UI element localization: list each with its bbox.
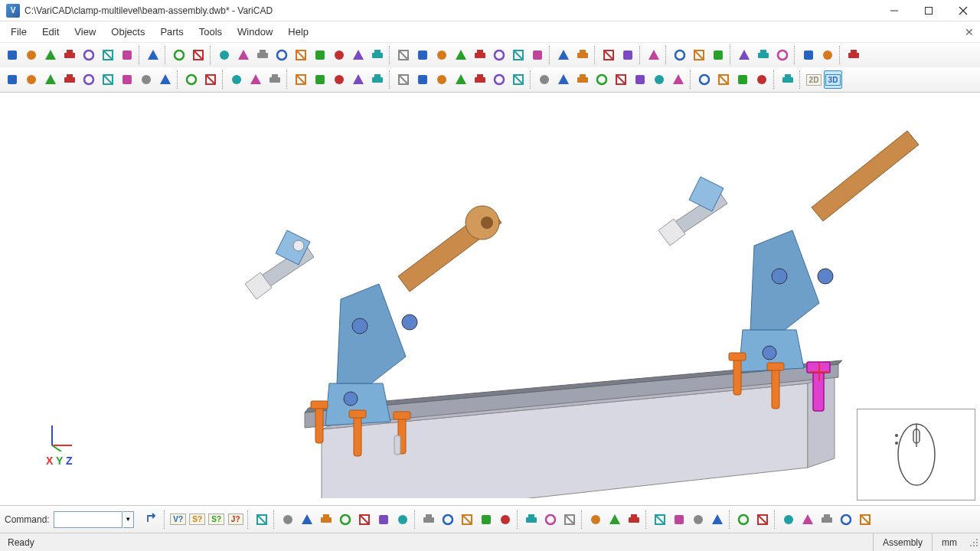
check-file-icon[interactable] bbox=[118, 46, 136, 64]
list-remove-icon[interactable] bbox=[458, 510, 476, 529]
list-import-icon[interactable] bbox=[477, 510, 495, 529]
close-button[interactable] bbox=[946, 0, 980, 21]
center-mass-icon[interactable] bbox=[779, 70, 797, 89]
highlight-yellow2-icon[interactable] bbox=[753, 510, 772, 529]
command-submit-icon[interactable] bbox=[143, 510, 162, 529]
loft-icon[interactable] bbox=[452, 46, 470, 64]
list-add-icon[interactable] bbox=[439, 510, 457, 529]
shaded-icon[interactable] bbox=[201, 70, 220, 89]
align-del-icon[interactable] bbox=[708, 510, 727, 529]
group-icon[interactable] bbox=[586, 510, 605, 529]
cancel-red2-icon[interactable] bbox=[818, 510, 836, 529]
paste-icon[interactable] bbox=[189, 46, 207, 64]
boolean-sub-icon[interactable] bbox=[573, 46, 592, 64]
zoom-fit-icon[interactable] bbox=[690, 46, 708, 64]
prism-icon[interactable] bbox=[330, 46, 348, 64]
sweep-icon[interactable] bbox=[433, 46, 451, 64]
info-j-icon[interactable]: J? bbox=[227, 510, 245, 529]
info-v-icon[interactable]: V? bbox=[169, 510, 188, 529]
align-right-icon[interactable] bbox=[689, 510, 707, 529]
dim-arc-icon[interactable] bbox=[650, 70, 668, 89]
offset-icon[interactable] bbox=[528, 46, 547, 64]
save-all-icon[interactable] bbox=[99, 46, 117, 64]
dim-help-icon[interactable] bbox=[669, 70, 688, 89]
anchor-set-icon[interactable] bbox=[137, 70, 155, 89]
copy-icon[interactable] bbox=[170, 46, 188, 64]
layer-orange-icon[interactable] bbox=[394, 70, 413, 89]
constraints-icon[interactable] bbox=[818, 46, 837, 64]
status-mode[interactable]: Assembly bbox=[873, 533, 932, 551]
material-box-icon[interactable] bbox=[247, 70, 265, 89]
part-thread-icon[interactable] bbox=[355, 510, 374, 529]
cancel-red3-icon[interactable] bbox=[856, 510, 874, 529]
info-s-icon[interactable]: S? bbox=[188, 510, 207, 529]
extrude-icon[interactable] bbox=[394, 46, 413, 64]
part-cyl-icon[interactable] bbox=[298, 510, 316, 529]
dim-align-icon[interactable] bbox=[573, 70, 592, 89]
tree-red-icon[interactable] bbox=[522, 510, 541, 529]
part-spring-icon[interactable] bbox=[394, 510, 412, 529]
section-hatch-icon[interactable] bbox=[311, 70, 329, 89]
layer-orange2-icon[interactable] bbox=[413, 70, 432, 89]
cycle-icon[interactable] bbox=[625, 510, 643, 529]
print-icon[interactable] bbox=[144, 46, 162, 64]
help-dim-icon[interactable] bbox=[535, 70, 554, 89]
align-center-icon[interactable] bbox=[670, 510, 688, 529]
torus-icon[interactable] bbox=[349, 46, 368, 64]
axes-icon[interactable] bbox=[735, 46, 753, 64]
wireframe-icon[interactable] bbox=[182, 70, 201, 89]
drop-icon[interactable] bbox=[496, 510, 514, 529]
cancel-red-icon[interactable] bbox=[799, 510, 817, 529]
mirror-icon[interactable] bbox=[619, 46, 637, 64]
align-left-icon[interactable] bbox=[651, 510, 669, 529]
pipe-icon[interactable] bbox=[368, 46, 387, 64]
zoom-window-icon[interactable] bbox=[671, 46, 689, 64]
assembly-tree-icon[interactable] bbox=[799, 46, 818, 64]
mode-3d-icon[interactable]: 3D bbox=[824, 70, 842, 89]
save-icon[interactable] bbox=[80, 46, 98, 64]
rotate-3d-icon[interactable] bbox=[773, 46, 792, 64]
layer-orange3-icon[interactable] bbox=[433, 70, 451, 89]
check-green-icon[interactable] bbox=[779, 510, 798, 529]
list-icon[interactable] bbox=[420, 510, 438, 529]
arrow-right-circle-icon[interactable] bbox=[753, 70, 771, 89]
zoom-in-circle-icon[interactable] bbox=[695, 70, 714, 89]
section-icon[interactable] bbox=[292, 70, 310, 89]
tree-red2-icon[interactable] bbox=[541, 510, 560, 529]
fillet-icon[interactable] bbox=[490, 46, 508, 64]
edit-pencil-icon[interactable] bbox=[253, 510, 271, 529]
material-sphere-icon[interactable] bbox=[227, 70, 246, 89]
delete-icon[interactable] bbox=[22, 70, 41, 89]
arrow-left-circle-icon[interactable] bbox=[733, 70, 752, 89]
highlight-yellow-icon[interactable] bbox=[734, 510, 753, 529]
rename-icon[interactable] bbox=[99, 70, 117, 89]
tree-red3-icon[interactable] bbox=[560, 510, 579, 529]
chamfer-icon[interactable] bbox=[509, 46, 528, 64]
menu-parts[interactable]: Parts bbox=[152, 23, 191, 41]
export-icon[interactable] bbox=[60, 46, 79, 64]
part-text-icon[interactable] bbox=[336, 510, 354, 529]
dimension-icon[interactable] bbox=[3, 70, 21, 89]
layer-dropdown-icon[interactable] bbox=[645, 46, 663, 64]
tab-close-button[interactable]: ✕ bbox=[962, 24, 977, 40]
section-fill-icon[interactable] bbox=[330, 70, 348, 89]
window-icon[interactable] bbox=[509, 70, 528, 89]
info-s2-icon[interactable]: S? bbox=[207, 510, 226, 529]
cylinder-icon[interactable] bbox=[292, 46, 310, 64]
menu-objects[interactable]: Objects bbox=[103, 23, 152, 41]
select-all-icon[interactable] bbox=[452, 70, 470, 89]
dim-radius-icon[interactable] bbox=[612, 70, 630, 89]
command-dropdown[interactable]: ▼ bbox=[123, 511, 134, 528]
invert-sel-icon[interactable] bbox=[490, 70, 508, 89]
mode-2d-icon[interactable]: 2D bbox=[805, 70, 823, 89]
distribute-icon[interactable] bbox=[80, 70, 98, 89]
view-cube-icon[interactable] bbox=[709, 46, 727, 64]
status-units[interactable]: mm bbox=[932, 533, 966, 551]
zoom-out-circle-icon[interactable] bbox=[714, 70, 733, 89]
sphere-icon[interactable] bbox=[234, 46, 253, 64]
move-up-icon[interactable] bbox=[60, 70, 79, 89]
dim-diam-icon[interactable] bbox=[631, 70, 649, 89]
menu-help[interactable]: Help bbox=[280, 23, 316, 41]
pattern-icon[interactable] bbox=[599, 46, 618, 64]
measure-icon[interactable] bbox=[156, 70, 175, 89]
